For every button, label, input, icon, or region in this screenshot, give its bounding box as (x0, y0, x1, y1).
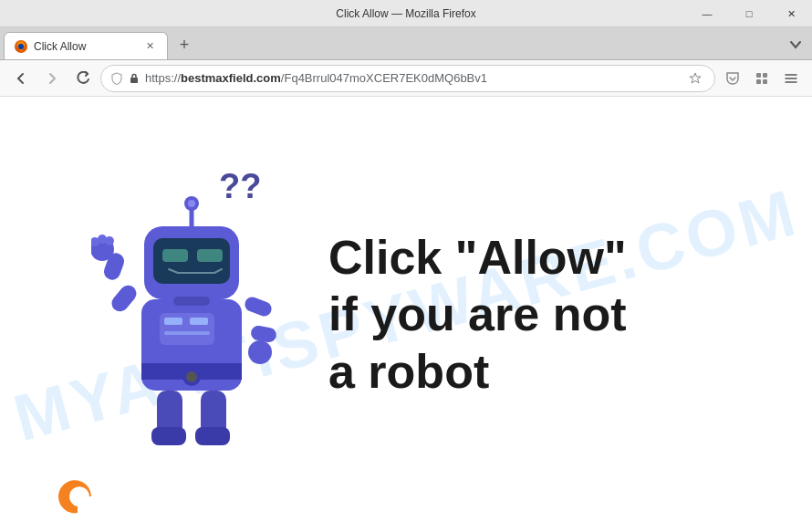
url-display: https://bestmaxfield.com/Fq4Brrul047moXC… (145, 71, 680, 85)
svg-rect-15 (164, 318, 182, 325)
svg-rect-16 (190, 318, 208, 325)
main-heading: Click "Allow" if you are not a robot (328, 229, 627, 400)
hamburger-menu-icon (783, 70, 799, 87)
forward-icon (45, 71, 59, 86)
svg-rect-41 (173, 297, 210, 306)
svg-point-1 (18, 44, 24, 49)
tab-close-button[interactable]: ✕ (141, 38, 158, 55)
text-content: Click "Allow" if you are not a robot (328, 229, 627, 400)
pocket-icon[interactable] (719, 65, 746, 92)
robot-illustration: ?? (91, 158, 310, 472)
tab-favicon (14, 39, 28, 54)
close-button[interactable]: ✕ (770, 0, 812, 27)
content-area: MYANTISPYWARE.COM ?? (0, 97, 812, 532)
address-bar[interactable]: https://bestmaxfield.com/Fq4Brrul047moXC… (100, 65, 715, 92)
svg-rect-34 (243, 295, 274, 318)
title-bar: Click Allow — Mozilla Firefox — □ ✕ (0, 0, 812, 27)
minimize-button[interactable]: — (686, 0, 728, 27)
more-menu-button[interactable] (777, 65, 805, 92)
svg-rect-20 (162, 249, 188, 262)
robot-svg (91, 158, 292, 468)
svg-rect-40 (195, 427, 230, 445)
reload-icon (76, 71, 90, 86)
svg-rect-35 (250, 324, 277, 343)
svg-rect-5 (756, 79, 761, 84)
extensions-icon[interactable] (748, 65, 776, 92)
tab-label: Click Allow (34, 40, 136, 53)
window-title: Click Allow — Mozilla Firefox (336, 7, 475, 20)
chevron-down-icon (789, 38, 802, 51)
extensions-puzzle-icon (754, 70, 770, 87)
main-text-line3: a robot (328, 345, 489, 398)
svg-point-27 (188, 200, 195, 207)
svg-rect-39 (151, 427, 186, 445)
address-bar-icons (685, 68, 705, 89)
svg-rect-21 (197, 249, 223, 262)
url-protocol: https:// (145, 71, 181, 85)
main-text-line1: Click "Allow" (328, 231, 627, 284)
lock-icon (129, 73, 140, 84)
svg-point-13 (186, 371, 197, 382)
toolbar-icons (719, 65, 805, 92)
svg-rect-2 (130, 78, 138, 83)
tab-overflow-button[interactable] (783, 32, 808, 57)
svg-point-36 (248, 340, 272, 364)
svg-rect-17 (164, 331, 210, 335)
svg-point-33 (105, 236, 114, 245)
url-domain: bestmaxfield.com (181, 71, 281, 85)
forward-button[interactable] (38, 65, 66, 92)
reload-button[interactable] (69, 65, 97, 92)
url-path: /Fq4Brrul047moXCER7EK0dMQ6bBv1 (281, 71, 487, 85)
new-tab-button[interactable]: + (172, 32, 197, 57)
back-icon (14, 71, 28, 86)
tab-bar: Click Allow ✕ + (0, 27, 812, 60)
cloudflare-icon (55, 474, 100, 519)
shield-icon (110, 72, 123, 85)
active-tab[interactable]: Click Allow ✕ (4, 32, 168, 59)
bottom-logo (55, 474, 100, 523)
nav-bar: https://bestmaxfield.com/Fq4Brrul047moXC… (0, 60, 812, 97)
question-marks: ?? (219, 167, 261, 206)
svg-rect-28 (109, 281, 140, 314)
bookmark-star-icon (689, 72, 702, 85)
svg-rect-6 (763, 79, 767, 84)
main-text-line2: if you are not (328, 287, 626, 340)
pocket-save-icon (724, 70, 741, 87)
star-icon[interactable] (685, 68, 705, 89)
svg-rect-3 (756, 73, 761, 78)
maximize-button[interactable]: □ (728, 0, 770, 27)
back-button[interactable] (7, 65, 35, 92)
svg-rect-4 (763, 73, 767, 78)
window-controls: — □ ✕ (686, 0, 812, 27)
